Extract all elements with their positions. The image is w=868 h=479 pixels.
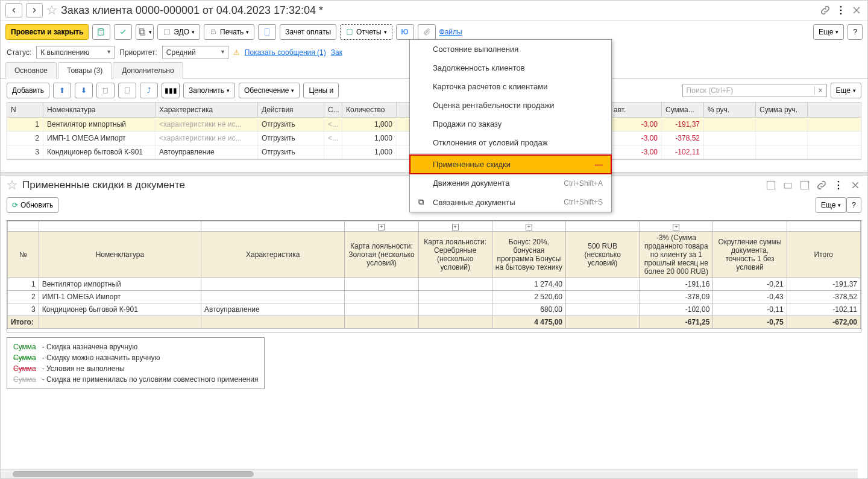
expand-icon[interactable]: + xyxy=(452,224,459,230)
tab-goods[interactable]: Товары (3) xyxy=(58,62,112,79)
kebab-lower-icon[interactable] xyxy=(832,179,844,191)
grid-header[interactable]: Действия xyxy=(258,103,324,117)
edo-button[interactable]: ЭДО▾ xyxy=(157,24,200,40)
print-button[interactable]: Печать▾ xyxy=(204,24,254,40)
kebab-icon[interactable] xyxy=(835,4,847,16)
post-close-button[interactable]: Провести и закрыть xyxy=(5,24,89,40)
menu-item-label: Примененные скидки xyxy=(433,160,511,169)
reports-button[interactable]: Отчеты▾ xyxy=(340,24,392,40)
menu-item[interactable]: ⧉Связанные документыCtrl+Shift+S xyxy=(410,192,611,212)
grid-cell: Отгрузить xyxy=(258,132,324,145)
add-button[interactable]: Добавить xyxy=(7,83,49,98)
grid-cell: 2 xyxy=(7,132,43,145)
favorite-icon-lower[interactable] xyxy=(7,180,17,191)
report-row[interactable]: 1Вентилятор импортный1 274,40-191,16-0,2… xyxy=(8,278,861,291)
closed-link[interactable]: Зак xyxy=(331,48,342,57)
paste-row-button[interactable] xyxy=(118,83,136,98)
grid-header[interactable]: % руч. xyxy=(704,103,756,117)
report-header: Бонус: 20%, бонусная программа Бонусы на… xyxy=(492,232,565,278)
nav-back-button[interactable] xyxy=(5,3,22,17)
menu-item[interactable]: Задолженность клиентов xyxy=(410,59,611,77)
barcode-button[interactable]: ▮▮▮ xyxy=(162,83,180,98)
grid-header[interactable]: Сумма... xyxy=(662,103,704,117)
grid-header[interactable]: С... xyxy=(324,103,342,117)
refresh-button[interactable]: ⟳Обновить xyxy=(7,197,58,213)
menu-item[interactable]: Состояние выполнения xyxy=(410,40,611,59)
report-cell: -378,09 xyxy=(640,291,713,303)
fill-button[interactable]: Заполнить▾ xyxy=(183,83,235,98)
grid-header[interactable]: Количество xyxy=(342,103,397,117)
menu-item[interactable]: Продажи по заказу xyxy=(410,115,611,133)
menu-item[interactable]: Движения документаCtrl+Shift+A xyxy=(410,174,611,192)
save-icon-button[interactable] xyxy=(92,24,110,40)
report-row[interactable]: 2ИМП-1 OMEGA Импорт2 520,60-378,09-0,43-… xyxy=(8,291,861,303)
sub-more-button[interactable]: Еще▾ xyxy=(831,83,861,98)
preview-icon[interactable] xyxy=(799,179,811,191)
menu-item[interactable]: Карточка расчетов с клиентами xyxy=(410,77,611,96)
provision-button[interactable]: Обеспечение▾ xyxy=(239,83,300,98)
expand-icon[interactable]: + xyxy=(673,224,679,230)
grid-header[interactable]: Характеристика xyxy=(156,103,258,117)
link-icon[interactable] xyxy=(819,4,831,16)
report-cell: -0,11 xyxy=(713,303,787,316)
svg-rect-5 xyxy=(139,29,143,34)
grid-cell xyxy=(324,145,342,159)
menu-item-label: Состояние выполнения xyxy=(433,45,518,54)
menu-item[interactable]: Примененные скидки— xyxy=(410,155,611,174)
post-icon-button[interactable] xyxy=(114,24,132,40)
prices-button[interactable]: Цены и xyxy=(303,83,339,98)
svg-rect-15 xyxy=(800,181,808,189)
show-messages-link[interactable]: Показать сообщения (1) xyxy=(245,48,326,57)
status-combo[interactable]: К выполнению xyxy=(36,46,115,59)
close-icon[interactable] xyxy=(851,4,863,16)
report-header: 500 RUB (несколько условий) xyxy=(566,232,640,278)
favorite-icon[interactable] xyxy=(46,5,57,16)
attach-icon-button[interactable] xyxy=(418,24,436,40)
menu-item[interactable]: Оценка рентабельности продажи xyxy=(410,96,611,115)
grid-cell: <характеристики не ис... xyxy=(156,118,258,131)
search-clear-icon[interactable]: × xyxy=(814,86,823,95)
priority-combo[interactable]: Средний xyxy=(162,46,228,59)
svg-point-16 xyxy=(838,181,840,183)
tab-main[interactable]: Основное xyxy=(5,62,57,79)
link-lower-icon[interactable] xyxy=(816,179,828,191)
lower-help-button[interactable]: ? xyxy=(846,197,861,213)
grid-header[interactable]: N xyxy=(7,103,43,117)
report-row[interactable]: 3Кондиционер бытовой К-901Автоуправление… xyxy=(8,303,861,316)
help-button[interactable]: ? xyxy=(848,24,863,40)
expand-icon[interactable]: + xyxy=(526,224,532,230)
copy-row-button[interactable] xyxy=(96,83,115,98)
lower-more-button[interactable]: Еще▾ xyxy=(816,197,846,213)
priority-label: Приоритет: xyxy=(119,48,157,57)
grid-cell xyxy=(756,145,808,159)
report-cell: Автоуправление xyxy=(201,303,345,316)
offset-button[interactable]: Зачет оплаты xyxy=(280,24,336,40)
tab-extra[interactable]: Дополнительно xyxy=(113,62,183,79)
report-header: Округление суммы документа, точность 1 б… xyxy=(713,232,787,278)
grid-header[interactable]: Сумма руч. xyxy=(756,103,808,117)
menu-item[interactable]: Отклонения от условий продаж xyxy=(410,133,611,152)
files-link[interactable]: Файлы xyxy=(439,28,462,36)
save-report-icon[interactable] xyxy=(765,179,777,191)
move-up-button[interactable]: ⬆ xyxy=(53,83,71,98)
report-cell xyxy=(566,291,640,303)
grid-cell: <характеристики не ис... xyxy=(156,132,258,145)
share-button[interactable]: ⤴ xyxy=(140,83,158,98)
close-lower-icon[interactable] xyxy=(849,179,861,191)
report-total-cell: -672,00 xyxy=(787,316,860,329)
more-button[interactable]: Еще▾ xyxy=(813,24,844,40)
grid-header[interactable]: Номенклатура xyxy=(43,103,156,117)
print-report-icon[interactable] xyxy=(782,179,794,191)
move-down-button[interactable]: ⬇ xyxy=(75,83,93,98)
yandex-icon-button[interactable]: Ю xyxy=(396,24,414,40)
nav-forward-button[interactable] xyxy=(26,3,43,17)
doc-icon-button[interactable] xyxy=(258,24,276,40)
search-input[interactable]: Поиск (Ctrl+F)× xyxy=(682,84,827,97)
report-total-cell: 4 475,00 xyxy=(492,316,565,329)
expand-icon[interactable]: + xyxy=(378,224,385,230)
menu-item-label: Продажи по заказу xyxy=(433,119,502,128)
horizontal-scrollbar[interactable] xyxy=(1,469,858,478)
grid-cell: 1,000 xyxy=(342,145,397,159)
copy-button[interactable]: ▾ xyxy=(136,24,154,40)
grid-cell xyxy=(756,132,808,145)
